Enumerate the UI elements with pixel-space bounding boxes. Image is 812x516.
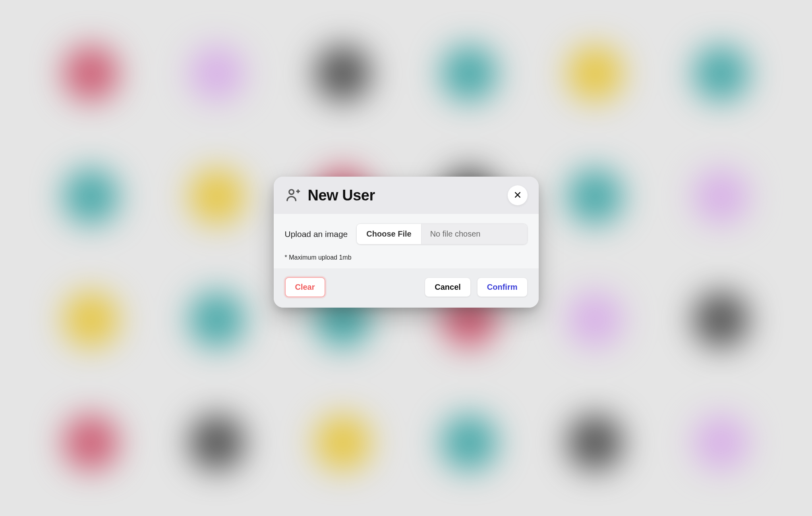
confirm-button[interactable]: Confirm	[477, 277, 528, 297]
file-input[interactable]: Choose File No file chosen	[356, 223, 527, 245]
dialog-title: New User	[308, 187, 508, 204]
upload-label: Upload an image	[285, 229, 348, 239]
new-user-dialog: New User Upload an image Choose File No …	[274, 177, 539, 308]
dialog-header: New User	[274, 177, 539, 214]
modal-overlay: New User Upload an image Choose File No …	[0, 0, 812, 516]
dialog-body: Upload an image Choose File No file chos…	[274, 214, 539, 268]
upload-row: Upload an image Choose File No file chos…	[285, 223, 528, 245]
user-add-icon	[285, 187, 301, 203]
cancel-button[interactable]: Cancel	[425, 277, 471, 297]
svg-point-0	[289, 190, 294, 194]
close-icon	[514, 191, 522, 200]
upload-hint: * Maximum upload 1mb	[285, 254, 528, 261]
choose-file-button[interactable]: Choose File	[357, 224, 421, 244]
close-button[interactable]	[508, 185, 528, 205]
file-status-text: No file chosen	[421, 224, 527, 244]
clear-button[interactable]: Clear	[285, 277, 325, 297]
dialog-footer: Clear Cancel Confirm	[274, 268, 539, 308]
